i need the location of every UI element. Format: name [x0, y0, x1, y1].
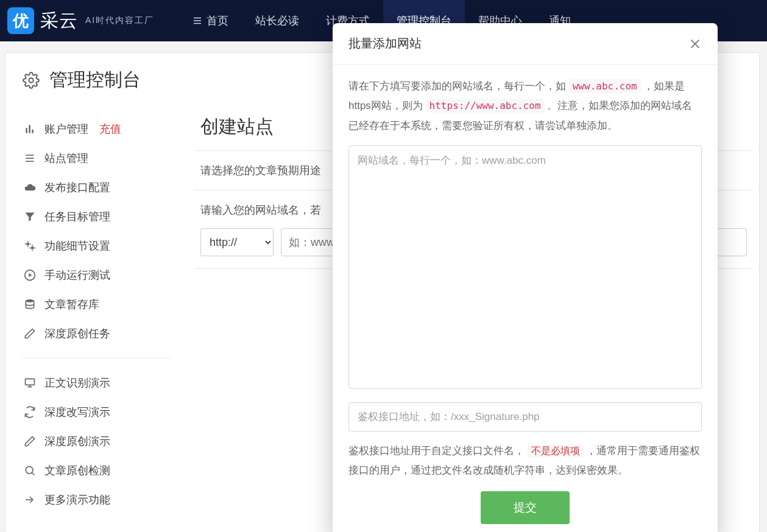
list-icon: [192, 15, 203, 26]
sidebar-item-label: 文章暂存库: [44, 297, 99, 312]
pencil-icon: [24, 435, 36, 447]
domains-textarea[interactable]: [348, 145, 702, 389]
nav-label: 站长必读: [255, 13, 299, 28]
sidebar-item-sites[interactable]: 站点管理: [15, 144, 178, 173]
sidebar-item-task-target[interactable]: 任务目标管理: [15, 202, 178, 231]
modal-body: 请在下方填写要添加的网站域名，每行一个，如 www.abc.com ，如果是ht…: [333, 65, 718, 532]
pencil-icon: [24, 327, 36, 340]
close-icon[interactable]: [688, 37, 702, 51]
svg-line-19: [32, 473, 35, 475]
svg-point-3: [29, 78, 33, 82]
brand[interactable]: 优 采云 AI时代内容工厂: [7, 7, 154, 34]
sidebar-item-check-demo[interactable]: 文章原创检测: [15, 456, 178, 485]
play-icon: [24, 269, 36, 281]
svg-point-11: [31, 247, 34, 250]
panel-title: 管理控制台: [49, 68, 141, 93]
svg-point-14: [26, 299, 34, 303]
sidebar-item-label: 深度原创演示: [44, 434, 110, 449]
nav-guide[interactable]: 站长必读: [242, 0, 313, 41]
gear-icon: [23, 72, 40, 89]
bar-chart-icon: [24, 123, 36, 135]
sidebar-item-label: 账户管理: [44, 122, 88, 136]
sidebar-item-label: 深度改写演示: [44, 405, 110, 419]
sidebar-item-label: 发布接口配置: [44, 180, 110, 195]
share-icon: [24, 494, 36, 506]
sidebar-group-demo: 正文识别演示 深度改写演示 深度原创演示 文章原创检测: [15, 368, 178, 514]
sidebar-item-publish[interactable]: 发布接口配置: [15, 173, 178, 202]
logo-icon: 优: [7, 7, 34, 34]
modal-title: 批量添加网站: [348, 35, 422, 52]
sidebar-item-label: 功能细节设置: [44, 239, 110, 253]
nav-label: 首页: [207, 13, 228, 28]
sidebar-item-label: 手动运行测试: [44, 268, 110, 282]
sidebar-item-run[interactable]: 手动运行测试: [15, 261, 178, 290]
sidebar-item-more-demo[interactable]: 更多演示功能: [15, 485, 178, 514]
sidebar-item-account[interactable]: 账户管理 充值: [15, 114, 178, 144]
code-sample-1: www.abc.com: [569, 79, 641, 93]
note-text: 鉴权接口地址用于自定义接口文件名，: [348, 445, 525, 457]
search-icon: [24, 464, 36, 477]
svg-rect-5: [29, 125, 30, 133]
protocol-select[interactable]: http://: [200, 228, 274, 256]
sidebar-item-label: 站点管理: [44, 151, 88, 166]
sidebar: 账户管理 充值 站点管理 发布接口配置 任务目标管理: [5, 107, 188, 522]
list-icon: [24, 152, 36, 164]
auth-url-input[interactable]: [348, 402, 702, 432]
sidebar-item-original-demo[interactable]: 深度原创演示: [15, 427, 178, 456]
svg-rect-6: [32, 130, 34, 133]
sidebar-item-extract-demo[interactable]: 正文识别演示: [15, 368, 178, 397]
cogs-icon: [24, 240, 36, 252]
monitor-icon: [24, 377, 36, 389]
sidebar-item-label: 更多演示功能: [44, 492, 110, 507]
modal-note: 鉴权接口地址用于自定义接口文件名， 不是必填项 ，通常用于需要通用鉴权接口的用户…: [348, 441, 702, 481]
filter-icon: [24, 211, 36, 223]
svg-marker-13: [29, 273, 32, 278]
sidebar-item-deep-task[interactable]: 深度原创任务: [15, 319, 178, 348]
svg-point-10: [26, 242, 29, 245]
database-icon: [24, 298, 36, 310]
svg-point-18: [26, 466, 33, 474]
modal-description: 请在下方填写要添加的网站域名，每行一个，如 www.abc.com ，如果是ht…: [348, 77, 702, 136]
brand-name: 采云: [40, 9, 78, 33]
sidebar-divider: [21, 358, 172, 359]
row-label: 请选择您的文章预期用途: [200, 164, 321, 177]
modal-header: 批量添加网站: [333, 23, 718, 65]
code-sample-2: https://www.abc.com: [426, 99, 545, 113]
sidebar-item-label: 任务目标管理: [44, 209, 110, 224]
sidebar-item-settings[interactable]: 功能细节设置: [15, 231, 178, 261]
refresh-icon: [24, 406, 36, 418]
sidebar-item-label: 文章原创检测: [44, 463, 110, 478]
batch-add-modal: 批量添加网站 请在下方填写要添加的网站域名，每行一个，如 www.abc.com…: [333, 23, 718, 532]
sidebar-item-rewrite-demo[interactable]: 深度改写演示: [15, 397, 178, 427]
modal-actions: 提交: [348, 491, 702, 524]
sidebar-group-manage: 账户管理 充值 站点管理 发布接口配置 任务目标管理: [15, 114, 178, 348]
svg-rect-4: [26, 128, 27, 133]
brand-tagline: AI时代内容工厂: [85, 15, 154, 26]
submit-button[interactable]: 提交: [481, 491, 570, 524]
sidebar-item-label: 正文识别演示: [44, 376, 110, 390]
optional-badge: 不是必填项: [528, 444, 584, 457]
sidebar-item-label: 深度原创任务: [44, 326, 110, 341]
svg-rect-15: [26, 379, 35, 385]
desc-text: 请在下方填写要添加的网站域名，每行一个，如: [348, 80, 569, 92]
row-label: 请输入您的网站域名，若: [200, 204, 321, 216]
sidebar-item-storage[interactable]: 文章暂存库: [15, 290, 178, 319]
nav-home[interactable]: 首页: [178, 0, 242, 41]
recharge-badge: 充值: [99, 122, 121, 136]
cloud-up-icon: [24, 181, 36, 194]
